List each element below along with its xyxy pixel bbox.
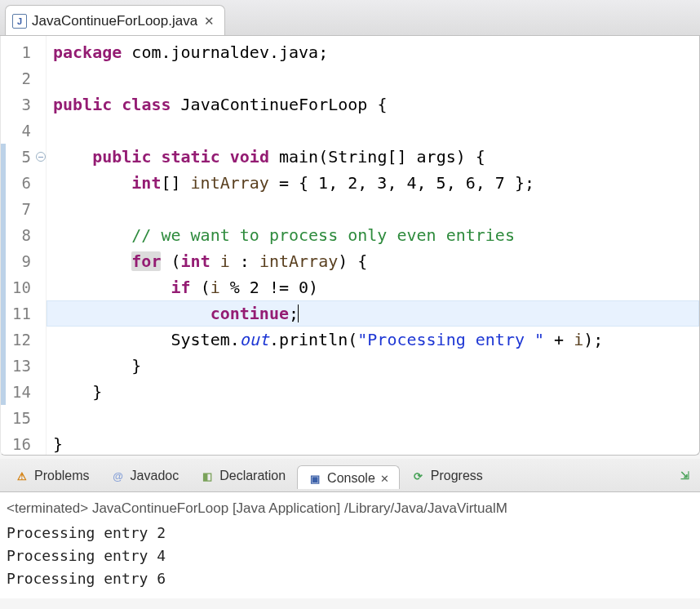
line-number: 2 [1,65,46,91]
tab-label: Progress [431,469,483,483]
pin-icon[interactable]: ⇲ [677,468,692,482]
tab-declaration[interactable]: ◧ Declaration [190,464,295,487]
tab-progress[interactable]: ⟳ Progress [401,464,493,487]
code-line[interactable]: continue; [47,300,699,327]
line-number: 6 [1,170,46,196]
editor-tab-filename: JavaContinueForLoop.java [32,13,197,29]
console-icon: ▣ [308,471,322,486]
code-line[interactable] [47,65,699,91]
line-number: 4 [1,118,46,144]
code-line[interactable] [47,405,699,431]
line-number: 13 [1,353,46,379]
tab-javadoc[interactable]: @ Javadoc [101,464,189,487]
code-line[interactable]: System.out.println("Processing entry " +… [47,327,699,353]
console-output: Processing entry 2Processing entry 4Proc… [7,522,693,590]
editor-tabs-row: JavaContinueForLoop.java ✕ [0,0,700,36]
code-line[interactable]: int[] intArray = { 1, 2, 3, 4, 5, 6, 7 }… [47,170,699,196]
declaration-icon: ◧ [200,469,215,483]
line-number: 12 [1,327,46,353]
code-line[interactable]: } [47,431,699,456]
code-line[interactable]: package com.journaldev.java; [47,39,699,65]
tab-problems[interactable]: ⚠ Problems [5,464,100,487]
tab-label: Problems [34,469,90,483]
code-line[interactable]: if (i % 2 != 0) [47,274,699,300]
line-number: 1 [1,39,46,65]
line-number: 5– [1,144,46,170]
console-line: Processing entry 4 [7,545,693,567]
close-icon[interactable]: ✕ [380,473,389,485]
console-line: Processing entry 2 [7,522,693,545]
line-number: 7 [1,196,46,222]
line-number: 14 [1,379,46,405]
code-line[interactable] [47,118,699,144]
editor-tab-active[interactable]: JavaContinueForLoop.java ✕ [5,5,225,35]
tab-console[interactable]: ▣ Console ✕ [297,465,400,489]
tab-label: Javadoc [131,469,179,483]
code-line[interactable]: for (int i : intArray) { [47,248,699,274]
tab-label: Declaration [219,469,286,483]
console-body[interactable]: <terminated> JavaContinueForLoop [Java A… [0,492,700,598]
text-caret [298,304,299,322]
java-file-icon [12,14,27,29]
view-tabs-row: ⚠ Problems @ Javadoc ◧ Declaration ▣ Con… [0,459,700,492]
line-number: 15 [1,405,46,431]
line-number: 11 [1,300,46,327]
progress-icon: ⟳ [411,469,426,483]
code-line[interactable]: } [47,353,699,379]
console-line: Processing entry 6 [7,567,693,590]
code-line[interactable]: } [47,379,699,405]
line-number: 10 [1,274,46,300]
problems-icon: ⚠ [15,469,29,483]
line-number: 3 [1,91,46,118]
code-area[interactable]: package com.journaldev.java;public class… [47,36,699,455]
code-line[interactable]: public class JavaContinueForLoop { [47,91,699,118]
line-number: 16 [1,431,46,456]
console-status: <terminated> JavaContinueForLoop [Java A… [7,497,693,522]
close-icon[interactable]: ✕ [202,14,216,29]
tab-label: Console [327,471,375,486]
line-number: 9 [1,248,46,274]
line-number: 8 [1,222,46,248]
code-line[interactable]: // we want to process only even entries [47,222,699,248]
fold-toggle-icon[interactable]: – [36,152,46,162]
javadoc-icon: @ [111,469,126,483]
code-line[interactable] [47,196,699,222]
code-line[interactable]: public static void main(String[] args) { [47,144,699,170]
bottom-panel: ⚠ Problems @ Javadoc ◧ Declaration ▣ Con… [0,459,700,598]
code-editor[interactable]: 12345–678910111213141516 package com.jou… [0,36,700,456]
line-number-gutter: 12345–678910111213141516 [1,36,47,455]
